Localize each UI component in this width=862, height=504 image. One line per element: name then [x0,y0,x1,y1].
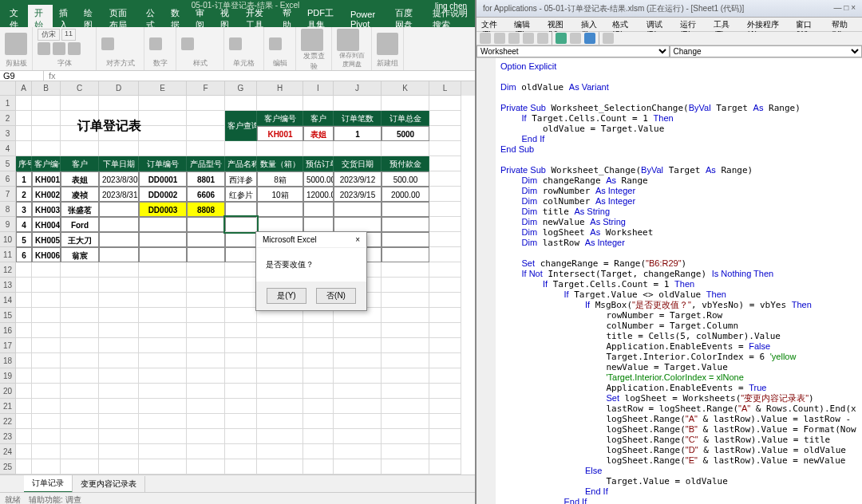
cell[interactable]: 6 [16,247,32,262]
cell[interactable] [99,429,139,444]
cell[interactable] [61,278,99,293]
cells-icon[interactable] [229,37,242,50]
row-header[interactable]: 17 [0,338,16,353]
font-size-box[interactable]: 11 [61,29,76,41]
cell[interactable] [61,384,99,399]
cell[interactable] [257,141,303,156]
cell[interactable]: 2023/8/30 [99,171,139,187]
menu-insert[interactable]: 插入(I) [581,19,603,30]
cell[interactable] [139,308,187,323]
cell[interactable] [429,187,461,202]
cell[interactable] [225,414,257,429]
cell[interactable]: 客户 [61,156,99,171]
cell[interactable] [139,323,187,338]
cell[interactable]: 10箱 [257,187,303,202]
cell[interactable] [429,414,461,429]
cell[interactable]: Ford [61,217,99,232]
cell[interactable] [187,278,225,293]
vba-view-icon[interactable] [480,33,491,44]
cell[interactable] [382,293,429,308]
cell[interactable] [334,202,382,217]
cell[interactable] [187,338,225,353]
vba-save-icon[interactable] [494,33,505,44]
sheet-tab-changelog[interactable]: 变更内容记录表 [73,476,145,492]
cell[interactable] [187,141,225,156]
cell[interactable] [225,368,257,384]
cell[interactable] [429,459,461,474]
cell[interactable]: 8箱 [257,171,303,187]
cell[interactable] [382,399,429,414]
cell[interactable] [16,459,32,474]
vba-cut-icon[interactable] [508,33,520,44]
cell[interactable] [225,353,257,368]
row-header[interactable]: 8 [0,202,16,217]
cell[interactable] [99,368,139,384]
cell[interactable] [225,399,257,414]
cell[interactable] [16,278,32,293]
cell[interactable] [139,141,187,156]
cell[interactable] [334,338,382,353]
cell[interactable] [225,278,257,293]
row-header[interactable]: 24 [0,444,16,459]
cell[interactable] [61,308,99,323]
cell[interactable] [382,247,429,262]
cell[interactable]: 表姐 [61,171,99,187]
cell[interactable]: 1 [16,171,32,187]
cell[interactable] [139,278,187,293]
row-header[interactable]: 11 [0,247,16,262]
cell[interactable] [187,444,225,459]
cell[interactable] [187,308,225,323]
cell[interactable]: 王大刀 [61,232,99,247]
cell[interactable]: 订单笔数 [334,111,382,126]
cell[interactable] [32,262,61,278]
cell[interactable] [32,429,61,444]
cell[interactable] [429,202,461,217]
cell[interactable]: 2000.00 [382,187,429,202]
cell[interactable] [139,444,187,459]
cell[interactable] [225,444,257,459]
cell[interactable] [303,353,334,368]
cell[interactable]: 12000.00 [303,187,334,202]
cell[interactable] [61,459,99,474]
row-header[interactable]: 20 [0,384,16,399]
cell[interactable] [16,111,32,126]
cell[interactable]: 交货日期 [334,156,382,171]
cell[interactable] [99,459,139,474]
cell[interactable] [303,96,334,111]
sheet-tab-orders[interactable]: 订单记录 [24,475,73,493]
cell[interactable] [382,429,429,444]
cell[interactable]: KH005 [32,232,61,247]
cell[interactable] [139,414,187,429]
cell[interactable] [225,323,257,338]
cell[interactable]: 产品型号 [187,156,225,171]
row-header[interactable]: 16 [0,323,16,338]
row-header[interactable]: 15 [0,308,16,323]
cell[interactable] [225,96,257,111]
cell[interactable] [303,141,334,156]
vba-paste-icon[interactable] [537,33,548,44]
cell[interactable] [99,384,139,399]
cell[interactable] [382,232,429,247]
cell[interactable]: 客户编号 [257,111,303,126]
close-icon[interactable]: × [851,3,856,12]
row-header[interactable]: 6 [0,171,16,187]
cell[interactable] [257,414,303,429]
cell[interactable] [61,429,99,444]
cell[interactable] [334,217,382,232]
cell[interactable] [139,399,187,414]
col-header[interactable]: I [303,81,334,96]
cell[interactable] [382,368,429,384]
cell[interactable]: 订单总金 [382,111,429,126]
cell[interactable] [429,323,461,338]
cell[interactable] [32,353,61,368]
paste-icon[interactable] [5,33,27,55]
cell[interactable] [257,368,303,384]
cell[interactable]: 1 [334,126,382,141]
cell[interactable] [187,384,225,399]
cell[interactable] [225,384,257,399]
cell[interactable] [382,308,429,323]
cell[interactable]: 5 [16,232,32,247]
col-header[interactable]: G [225,81,257,96]
yes-button[interactable]: 是(Y) [267,288,306,304]
cell[interactable] [225,308,257,323]
